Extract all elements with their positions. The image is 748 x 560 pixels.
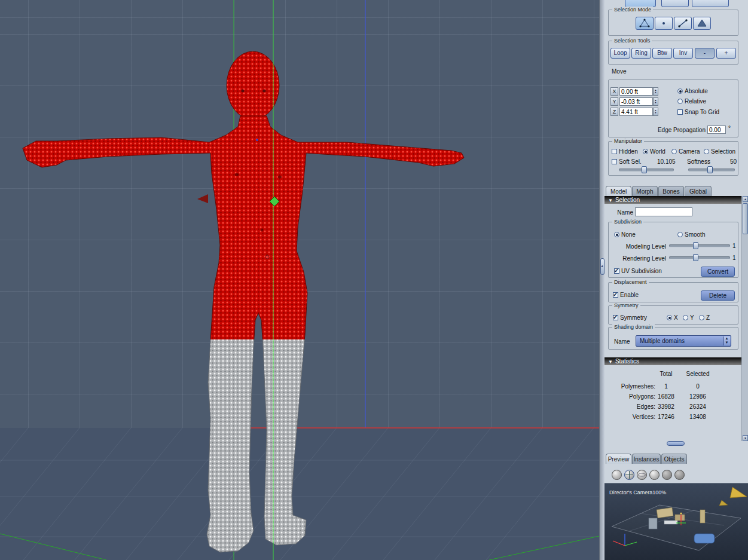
softness-slider[interactable] xyxy=(688,169,735,172)
tab-instances[interactable]: Instances xyxy=(632,454,661,464)
subdivision-smooth-radio[interactable] xyxy=(677,232,683,237)
relative-radio[interactable] xyxy=(677,99,683,104)
symmetry-x-label: X xyxy=(674,314,678,321)
ring-button[interactable]: Ring xyxy=(631,48,651,59)
symmetry-title: Symmetry xyxy=(612,302,640,308)
subdivision-none-radio[interactable] xyxy=(614,232,619,237)
green-floor-line-right xyxy=(489,536,599,560)
preview-axis-gizmo xyxy=(613,534,637,546)
tab-morph[interactable]: Morph xyxy=(632,186,658,196)
soft-sel-checkbox[interactable] xyxy=(612,159,617,164)
edge-mode-button[interactable] xyxy=(674,17,692,30)
subdivision-none-label: None xyxy=(621,231,636,238)
panel-resize-handle[interactable] xyxy=(667,441,685,446)
scroll-down-arrow-icon[interactable]: ▼ xyxy=(743,435,748,441)
splitter-collapse-handle[interactable] xyxy=(600,258,604,275)
edge-propagation-input[interactable] xyxy=(707,126,726,134)
shading-domain-title: Shading domain xyxy=(612,324,655,330)
displacement-enable-checkbox[interactable] xyxy=(613,292,618,298)
preview-viewport[interactable]: Director's Camera100% xyxy=(604,483,748,560)
panel-scrollbar[interactable]: ▲ ▼ xyxy=(741,196,748,441)
uv-subdivision-checkbox[interactable] xyxy=(614,268,619,274)
loop-button[interactable]: Loop xyxy=(610,48,630,59)
panel-splitter[interactable] xyxy=(599,0,604,560)
collapse-triangle-icon: ▼ xyxy=(608,197,613,204)
rendering-level-slider[interactable] xyxy=(669,256,730,259)
move-y-spinner[interactable]: ▲▼ xyxy=(653,97,658,106)
orbit-camera-icon[interactable] xyxy=(612,470,622,480)
cube-shaded-icon[interactable] xyxy=(662,470,672,480)
shading-domain-dropdown[interactable]: Multiple domains ▲▼ xyxy=(636,335,731,347)
axis-y-label: Y xyxy=(610,97,618,106)
name-input[interactable] xyxy=(635,207,692,216)
selection-mode-group: Selection Mode xyxy=(608,10,738,36)
scroll-up-arrow-icon[interactable]: ▲ xyxy=(743,196,748,202)
world-label: World xyxy=(650,148,665,155)
smooth-shaded-icon[interactable] xyxy=(674,470,685,480)
absolute-radio[interactable] xyxy=(677,88,683,94)
toolbar-partial-button-3[interactable] xyxy=(692,0,729,7)
selection-section-header[interactable]: ▼Selection xyxy=(604,196,741,204)
between-button[interactable]: Btw xyxy=(652,48,672,59)
snap-to-grid-checkbox[interactable] xyxy=(677,109,683,115)
subdivision-smooth-label: Smooth xyxy=(685,231,705,238)
tab-bones[interactable]: Bones xyxy=(658,186,684,196)
soft-sel-slider[interactable] xyxy=(619,169,674,172)
hidden-checkbox[interactable] xyxy=(612,149,617,154)
stats-row-total: 17246 xyxy=(655,414,677,420)
axis-z-label: Z xyxy=(610,108,618,116)
soft-sel-value: 10.105 xyxy=(657,158,676,165)
displacement-delete-button[interactable]: Delete xyxy=(701,290,735,301)
tab-global[interactable]: Global xyxy=(685,186,712,196)
manipulator-title: Manipulator xyxy=(612,138,644,144)
tab-objects[interactable]: Objects xyxy=(661,454,687,464)
pivot-point[interactable] xyxy=(265,255,269,259)
world-radio[interactable] xyxy=(643,149,648,154)
edge-mode-icon xyxy=(677,19,689,28)
absolute-label: Absolute xyxy=(685,88,708,94)
toolbar-partial-button-2[interactable] xyxy=(661,0,689,7)
point-mode-button[interactable] xyxy=(655,17,673,30)
statistics-section-header[interactable]: ▼Statistics xyxy=(604,357,741,365)
move-z-spinner[interactable]: ▲▼ xyxy=(653,108,658,116)
vertex-modeler-panel: Selection Mode Selection Tools Loop Ring… xyxy=(604,0,748,560)
uv-subdivision-label: UV Subdivision xyxy=(621,268,662,274)
convert-button[interactable]: Convert xyxy=(701,267,735,277)
wireframe-sphere-icon[interactable] xyxy=(637,470,647,480)
move-x-spinner[interactable]: ▲▼ xyxy=(653,87,658,96)
selection-radio[interactable] xyxy=(704,149,709,154)
snap-to-grid-label: Snap To Grid xyxy=(685,109,719,115)
displacement-enable-label: Enable xyxy=(620,292,639,298)
invert-button[interactable]: Inv xyxy=(673,48,693,59)
stats-row-selected: 0 xyxy=(685,383,711,390)
vertex-mode-button[interactable] xyxy=(636,17,654,30)
move-title: Move xyxy=(612,68,626,75)
stats-row-label: Edges: xyxy=(610,403,655,410)
symmetry-z-radio[interactable] xyxy=(699,315,704,320)
symmetry-y-label: Y xyxy=(690,314,694,321)
point-mode-icon xyxy=(658,19,670,28)
shrink-selection-button[interactable]: - xyxy=(695,48,715,59)
face-mode-button[interactable] xyxy=(693,17,711,30)
symmetry-checkbox[interactable] xyxy=(613,315,618,320)
3d-viewport[interactable] xyxy=(0,0,599,560)
scrollbar-thumb[interactable] xyxy=(743,203,748,234)
viewport-overlay xyxy=(0,0,599,560)
symmetry-y-radio[interactable] xyxy=(683,315,688,320)
shading-domain-value: Multiple domains xyxy=(640,338,685,344)
modeling-level-slider[interactable] xyxy=(669,244,730,247)
symmetry-x-radio[interactable] xyxy=(667,315,672,320)
camera-radio[interactable] xyxy=(671,149,677,154)
symmetry-z-label: Z xyxy=(706,314,710,321)
grow-selection-button[interactable]: + xyxy=(716,48,736,59)
tab-model[interactable]: Model xyxy=(606,186,631,196)
flat-shaded-icon[interactable] xyxy=(649,470,660,480)
relative-label: Relative xyxy=(685,98,706,105)
move-y-input[interactable] xyxy=(619,97,653,106)
tab-preview[interactable]: Preview xyxy=(606,454,631,464)
stats-row-selected: 26324 xyxy=(685,403,711,410)
move-z-input[interactable] xyxy=(619,108,653,116)
move-x-input[interactable] xyxy=(619,87,653,96)
move-gizmo-icon[interactable] xyxy=(624,470,634,480)
dropdown-scroll-icon[interactable]: ▲▼ xyxy=(723,336,730,345)
